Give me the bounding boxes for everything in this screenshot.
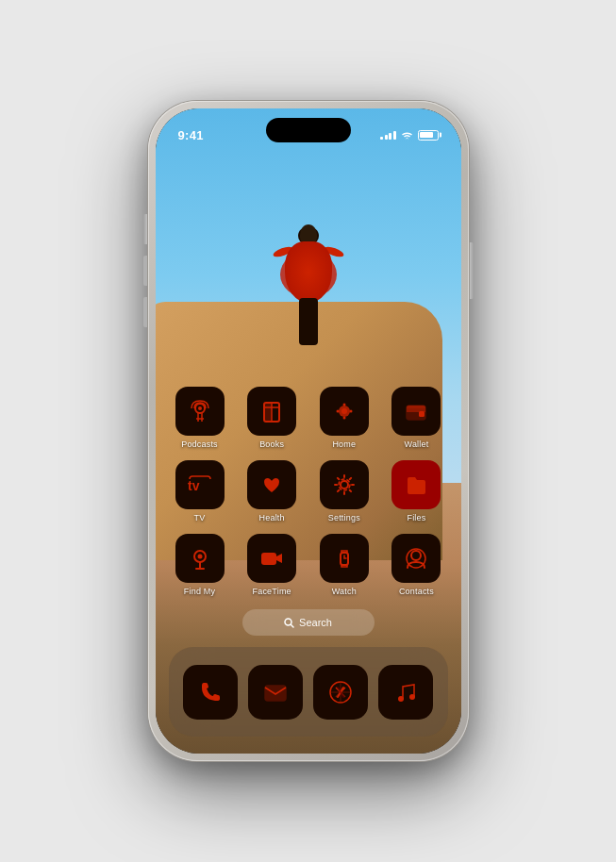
- app-health[interactable]: Health: [244, 460, 299, 522]
- home-icon: [320, 387, 369, 436]
- app-findmy[interactable]: Find My: [173, 534, 227, 596]
- search-icon: [284, 618, 294, 628]
- svg-point-14: [341, 481, 348, 489]
- signal-icon: [380, 130, 396, 140]
- app-wallet[interactable]: Wallet: [389, 387, 443, 449]
- facetime-icon: [247, 534, 296, 583]
- svg-point-25: [398, 696, 404, 702]
- svg-text:tv: tv: [188, 478, 200, 493]
- figure-dress: [285, 241, 332, 303]
- dock-phone[interactable]: [183, 665, 238, 720]
- app-grid: Podcasts Books: [156, 387, 461, 607]
- svg-point-1: [198, 406, 202, 410]
- home-label: Home: [332, 439, 356, 449]
- app-tv[interactable]: tv TV: [173, 460, 227, 522]
- dock-safari-icon: [313, 665, 368, 720]
- phone-inner: 9:41: [156, 108, 461, 754]
- dynamic-island: [266, 118, 351, 142]
- svg-point-6: [342, 404, 345, 406]
- search-bar[interactable]: Search: [242, 609, 375, 636]
- dock-safari[interactable]: [313, 665, 368, 720]
- app-row-2: tv TV Health: [173, 460, 444, 522]
- files-label: Files: [407, 513, 425, 522]
- svg-point-17: [197, 555, 202, 559]
- status-time: 9:41: [178, 128, 204, 142]
- phone-frame: 9:41: [148, 101, 469, 761]
- books-icon: [247, 387, 296, 436]
- svg-point-9: [349, 410, 352, 413]
- wallet-label: Wallet: [405, 439, 429, 449]
- tv-label: TV: [194, 513, 206, 522]
- dock-mail[interactable]: [248, 665, 303, 720]
- wallet-icon: [391, 387, 441, 436]
- app-contacts[interactable]: Contacts: [389, 534, 443, 596]
- contacts-icon: [391, 534, 441, 583]
- svg-rect-3: [264, 403, 272, 422]
- findmy-label: Find My: [184, 587, 215, 596]
- svg-rect-18: [261, 553, 276, 565]
- screen: 9:41: [156, 108, 461, 754]
- app-row-3: Find My FaceTime: [173, 534, 444, 596]
- svg-rect-12: [419, 411, 425, 417]
- wifi-icon: [401, 130, 413, 140]
- watch-label: Watch: [332, 587, 357, 596]
- dock-music[interactable]: [378, 665, 433, 720]
- contacts-label: Contacts: [399, 587, 434, 596]
- search-label: Search: [299, 617, 332, 628]
- dock: [169, 647, 448, 737]
- dock-mail-icon: [248, 665, 303, 720]
- health-label: Health: [259, 513, 285, 522]
- svg-point-8: [336, 410, 339, 413]
- svg-point-22: [285, 619, 291, 625]
- settings-icon: [320, 460, 369, 509]
- svg-point-20: [411, 551, 421, 560]
- watch-icon: [320, 534, 369, 583]
- findmy-icon: [175, 534, 225, 583]
- app-files[interactable]: Files: [389, 460, 443, 522]
- podcasts-label: Podcasts: [181, 439, 218, 449]
- health-icon: [247, 460, 296, 509]
- figure-legs: [299, 298, 318, 345]
- dock-music-icon: [378, 665, 433, 720]
- svg-point-7: [342, 417, 345, 420]
- dock-phone-icon: [183, 665, 238, 720]
- app-home[interactable]: Home: [317, 387, 372, 449]
- files-icon: [391, 460, 441, 509]
- app-books[interactable]: Books: [244, 387, 299, 449]
- app-row-1: Podcasts Books: [173, 387, 444, 449]
- app-watch[interactable]: Watch: [317, 534, 372, 596]
- battery-icon: [418, 130, 439, 141]
- podcasts-icon: [175, 387, 225, 436]
- facetime-label: FaceTime: [253, 587, 291, 596]
- tv-icon: tv: [175, 460, 225, 509]
- app-facetime[interactable]: FaceTime: [244, 534, 299, 596]
- app-settings[interactable]: Settings: [317, 460, 372, 522]
- svg-point-26: [409, 694, 415, 700]
- svg-rect-23: [265, 686, 286, 701]
- status-icons: [380, 130, 439, 141]
- books-label: Books: [259, 439, 284, 449]
- settings-label: Settings: [328, 513, 360, 522]
- figure: [271, 224, 346, 347]
- svg-point-5: [341, 408, 347, 414]
- app-podcasts[interactable]: Podcasts: [173, 387, 227, 449]
